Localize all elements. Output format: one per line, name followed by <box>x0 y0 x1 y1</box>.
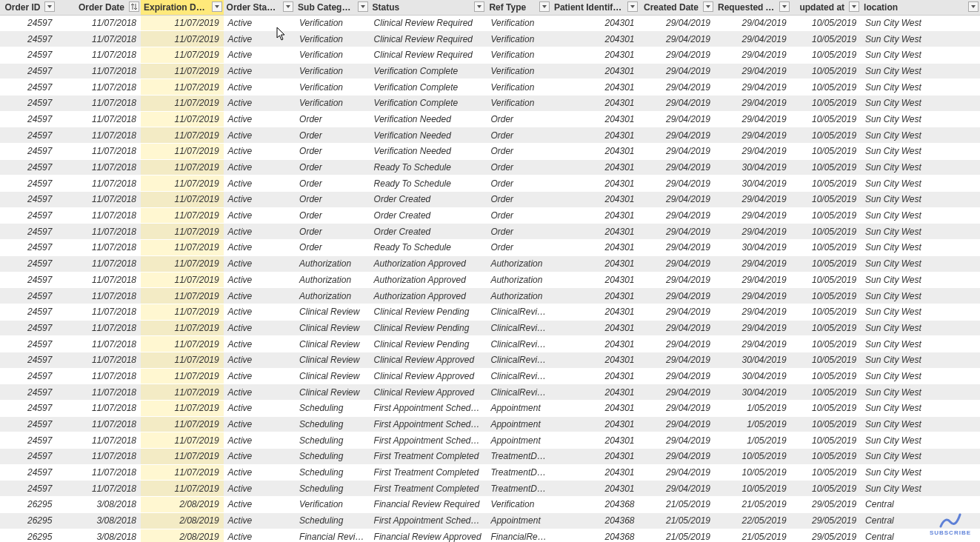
cell-patient_id[interactable]: 204301 <box>551 95 639 111</box>
cell-order_status[interactable]: Active <box>224 288 296 304</box>
cell-location[interactable]: Sun City West <box>861 111 980 127</box>
cell-order_status[interactable]: Active <box>224 304 296 320</box>
cell-expiration_date[interactable]: 11/07/2019 <box>141 47 224 63</box>
cell-updated_at[interactable]: 10/05/2019 <box>791 401 861 417</box>
cell-updated_at[interactable]: 29/05/2019 <box>791 529 861 542</box>
cell-order_date[interactable]: 11/07/2018 <box>56 449 141 465</box>
cell-status[interactable]: First Appointment Scheduled <box>370 432 487 449</box>
cell-sub_category[interactable]: Order <box>295 240 370 256</box>
filter-dropdown-icon[interactable] <box>539 1 550 12</box>
column-header-patient_id[interactable]: Patient Identifier <box>551 0 639 15</box>
cell-order_status[interactable]: Active <box>224 175 296 192</box>
cell-location[interactable]: Sun City West <box>861 416 980 432</box>
cell-requested_at[interactable]: 29/04/2019 <box>715 144 791 160</box>
cell-order_id[interactable]: 24597 <box>0 111 56 127</box>
cell-ref_type[interactable]: Appointment <box>486 401 550 417</box>
cell-order_status[interactable]: Active <box>224 512 296 529</box>
cell-sub_category[interactable]: Order <box>295 192 370 208</box>
cell-location[interactable]: Sun City West <box>861 464 980 481</box>
cell-patient_id[interactable]: 204301 <box>551 272 639 288</box>
cell-order_id[interactable]: 24597 <box>0 449 56 465</box>
cell-ref_type[interactable]: Authorization <box>486 255 550 272</box>
cell-sub_category[interactable]: Order <box>295 127 370 144</box>
cell-requested_at[interactable]: 29/04/2019 <box>715 15 791 31</box>
table-row[interactable]: 262953/08/20182/08/2019ActiveVerificatio… <box>0 497 980 513</box>
cell-expiration_date[interactable]: 11/07/2019 <box>141 224 224 240</box>
cell-location[interactable]: Sun City West <box>861 95 980 111</box>
cell-status[interactable]: Clinical Review Approved <box>370 352 487 368</box>
cell-order_status[interactable]: Active <box>224 449 296 465</box>
cell-requested_at[interactable]: 29/04/2019 <box>715 255 791 272</box>
cell-requested_at[interactable]: 29/04/2019 <box>715 320 791 336</box>
cell-order_date[interactable]: 11/07/2018 <box>56 255 141 272</box>
cell-updated_at[interactable]: 10/05/2019 <box>791 352 861 368</box>
cell-status[interactable]: Financial Review Required <box>370 497 487 513</box>
cell-requested_at[interactable]: 30/04/2019 <box>715 352 791 368</box>
cell-order_id[interactable]: 24597 <box>0 175 56 192</box>
cell-status[interactable]: Clinical Review Required <box>370 31 487 47</box>
cell-created_date[interactable]: 29/04/2019 <box>639 175 716 192</box>
cell-expiration_date[interactable]: 11/07/2019 <box>141 288 224 304</box>
cell-order_id[interactable]: 24597 <box>0 159 56 175</box>
cell-sub_category[interactable]: Verification <box>295 95 370 111</box>
cell-updated_at[interactable]: 10/05/2019 <box>791 320 861 336</box>
filter-dropdown-icon[interactable] <box>849 1 859 12</box>
cell-order_status[interactable]: Active <box>224 63 296 79</box>
cell-ref_type[interactable]: Verification <box>486 95 550 111</box>
cell-patient_id[interactable]: 204301 <box>551 416 639 432</box>
cell-sub_category[interactable]: Order <box>295 175 370 192</box>
table-row[interactable]: 2459711/07/201811/07/2019ActiveAuthoriza… <box>0 255 980 272</box>
cell-updated_at[interactable]: 10/05/2019 <box>791 255 861 272</box>
cell-status[interactable]: First Treatment Completed <box>370 464 487 481</box>
cell-updated_at[interactable]: 10/05/2019 <box>791 15 861 31</box>
table-row[interactable]: 2459711/07/201811/07/2019ActiveSchedulin… <box>0 416 980 432</box>
cell-location[interactable]: Sun City West <box>861 320 980 336</box>
cell-created_date[interactable]: 29/04/2019 <box>639 159 716 175</box>
cell-expiration_date[interactable]: 11/07/2019 <box>141 401 224 417</box>
cell-updated_at[interactable]: 10/05/2019 <box>791 449 861 465</box>
cell-ref_type[interactable]: TreatmentDetail <box>486 481 550 497</box>
table-row[interactable]: 2459711/07/201811/07/2019ActiveClinical … <box>0 368 980 384</box>
cell-requested_at[interactable]: 29/04/2019 <box>715 79 791 96</box>
cell-sub_category[interactable]: Authorization <box>295 255 370 272</box>
cell-order_date[interactable]: 11/07/2018 <box>56 95 141 111</box>
cell-location[interactable]: Sun City West <box>861 127 980 144</box>
cell-expiration_date[interactable]: 11/07/2019 <box>141 432 224 449</box>
cell-order_status[interactable]: Active <box>224 481 296 497</box>
cell-order_date[interactable]: 11/07/2018 <box>56 384 141 401</box>
cell-location[interactable]: Sun City West <box>861 240 980 256</box>
cell-location[interactable]: Sun City West <box>861 255 980 272</box>
cell-location[interactable]: Sun City West <box>861 144 980 160</box>
cell-order_id[interactable]: 24597 <box>0 464 56 481</box>
cell-order_id[interactable]: 24597 <box>0 63 56 79</box>
cell-expiration_date[interactable]: 11/07/2019 <box>141 384 224 401</box>
cell-created_date[interactable]: 29/04/2019 <box>639 63 716 79</box>
cell-order_id[interactable]: 24597 <box>0 15 56 31</box>
cell-order_date[interactable]: 11/07/2018 <box>56 401 141 417</box>
cell-order_id[interactable]: 24597 <box>0 288 56 304</box>
cell-patient_id[interactable]: 204301 <box>551 144 639 160</box>
column-header-location[interactable]: location <box>861 0 980 15</box>
cell-ref_type[interactable]: ClinicalReview <box>486 368 550 384</box>
cell-requested_at[interactable]: 1/05/2019 <box>715 432 791 449</box>
cell-updated_at[interactable]: 29/05/2019 <box>791 497 861 513</box>
cell-order_id[interactable]: 24597 <box>0 481 56 497</box>
cell-sub_category[interactable]: Clinical Review <box>295 368 370 384</box>
cell-location[interactable]: Sun City West <box>861 63 980 79</box>
cell-status[interactable]: Clinical Review Pending <box>370 304 487 320</box>
cell-patient_id[interactable]: 204301 <box>551 175 639 192</box>
cell-location[interactable]: Sun City West <box>861 304 980 320</box>
sort-icon[interactable] <box>129 1 139 12</box>
cell-status[interactable]: Financial Review Approved <box>370 529 487 542</box>
cell-requested_at[interactable]: 1/05/2019 <box>715 401 791 417</box>
cell-order_status[interactable]: Active <box>224 272 296 288</box>
cell-order_date[interactable]: 11/07/2018 <box>56 304 141 320</box>
cell-patient_id[interactable]: 204368 <box>551 529 639 542</box>
cell-expiration_date[interactable]: 11/07/2019 <box>141 63 224 79</box>
cell-sub_category[interactable]: Scheduling <box>295 432 370 449</box>
cell-location[interactable]: Sun City West <box>861 175 980 192</box>
cell-created_date[interactable]: 29/04/2019 <box>639 288 716 304</box>
cell-created_date[interactable]: 29/04/2019 <box>639 15 716 31</box>
cell-requested_at[interactable]: 29/04/2019 <box>715 304 791 320</box>
cell-order_status[interactable]: Active <box>224 47 296 63</box>
